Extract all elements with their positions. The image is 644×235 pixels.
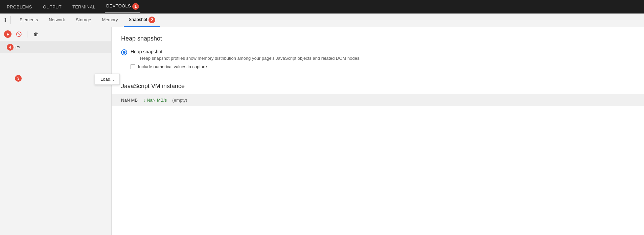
- vm-size: NaN MB: [121, 98, 138, 103]
- snapshot-badge: 2: [148, 17, 155, 23]
- devtools-panel: ⬆ Elements Network Storage Memory Snapsh…: [0, 14, 644, 235]
- devtools-tab[interactable]: DEVTOOLS1: [105, 0, 140, 13]
- heap-snapshot-radio[interactable]: [121, 49, 127, 55]
- vm-status: (empty): [172, 98, 187, 103]
- vm-section: JavaScript VM instance NaN MB ↓ NaN MB/s…: [112, 83, 644, 111]
- vm-rate: ↓ NaN MB/s: [143, 97, 167, 103]
- content-header: Heap snapshot Heap snapshot Heap snapsho…: [112, 27, 644, 75]
- numerical-values-label: Include numerical values in capture: [138, 64, 207, 69]
- badge-3: 3: [15, 75, 22, 82]
- profiles-badge: 4: [7, 44, 14, 51]
- tab-snapshot[interactable]: Snapshot2: [124, 14, 160, 27]
- down-arrow-icon: ↓: [143, 97, 145, 103]
- heap-snapshot-option: Heap snapshot Heap snapshot profiles sho…: [121, 49, 635, 61]
- main-content: ● 🚫 🗑 4iles 3 Load...: [0, 27, 644, 235]
- output-tab[interactable]: OUTPUT: [42, 2, 63, 12]
- sidebar-toolbar: ● 🚫 🗑: [0, 27, 111, 41]
- terminal-tab[interactable]: TERMINAL: [71, 2, 97, 12]
- devtools-tab-bar: ⬆ Elements Network Storage Memory Snapsh…: [0, 14, 644, 27]
- record-button[interactable]: ●: [4, 30, 12, 38]
- sidebar: ● 🚫 🗑 4iles 3 Load...: [0, 27, 112, 235]
- cursor-icon[interactable]: ⬆: [3, 16, 11, 24]
- content-area: Heap snapshot Heap snapshot Heap snapsho…: [112, 27, 644, 235]
- problems-tab[interactable]: PROBLEMS: [5, 2, 33, 12]
- tab-memory[interactable]: Memory: [97, 15, 122, 26]
- load-menu: 3 Load...: [0, 74, 111, 85]
- numerical-values-checkbox[interactable]: [131, 64, 135, 69]
- vm-row: NaN MB ↓ NaN MB/s (empty): [112, 94, 644, 106]
- heap-snapshot-description: Heap snapshot profiles show memory distr…: [140, 56, 361, 61]
- tab-network[interactable]: Network: [44, 15, 70, 26]
- toolbar-divider: [27, 31, 27, 37]
- tab-storage[interactable]: Storage: [71, 15, 96, 26]
- heap-snapshot-label: Heap snapshot: [131, 49, 361, 54]
- tab-elements[interactable]: Elements: [15, 15, 43, 26]
- devtools-badge: 1: [132, 3, 139, 10]
- load-button[interactable]: Load...: [95, 74, 120, 85]
- vm-title: JavaScript VM instance: [121, 83, 635, 90]
- delete-button[interactable]: 🗑: [32, 30, 40, 38]
- profiles-item[interactable]: 4iles: [0, 41, 111, 53]
- top-bar: PROBLEMS OUTPUT TERMINAL DEVTOOLS1: [0, 0, 644, 14]
- numerical-values-row: Include numerical values in capture: [131, 64, 635, 69]
- stop-button[interactable]: 🚫: [15, 30, 22, 38]
- heap-snapshot-title: Heap snapshot: [121, 35, 635, 42]
- sidebar-profiles: 4iles 3 Load...: [0, 41, 111, 235]
